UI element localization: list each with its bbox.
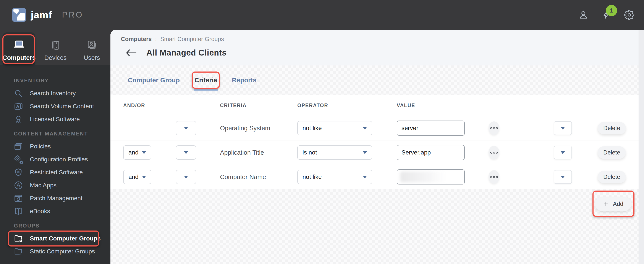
context-tab-computers[interactable]: Computers	[3, 32, 35, 65]
app-pages-icon	[14, 101, 24, 111]
open-book-icon	[14, 206, 24, 216]
tab-strip: Computer Group Criteria Reports	[110, 65, 638, 95]
redacted-value-blur	[400, 171, 446, 182]
more-options-button[interactable]	[488, 146, 499, 159]
delete-button[interactable]: Delete	[598, 122, 626, 134]
header-band: Computers : Smart Computer Groups All Ma…	[110, 30, 638, 65]
operator-dropdown[interactable]: is not	[297, 145, 372, 160]
section-header: GROUPS	[0, 223, 110, 229]
ellipsis-icon	[490, 127, 492, 129]
context-tab-label: Computers	[2, 54, 36, 61]
jamf-pro-app: jamf PRO 1 Computers	[0, 0, 644, 264]
delete-button[interactable]: Delete	[598, 171, 626, 183]
row-actions-dropdown[interactable]	[554, 146, 572, 159]
breadcrumb-parent[interactable]: Computers	[121, 36, 152, 43]
more-options-button[interactable]	[488, 170, 499, 184]
logo-divider	[57, 8, 58, 22]
notification-badge: 1	[606, 5, 617, 16]
add-criteria-button[interactable]: Add	[595, 197, 631, 211]
andor-dropdown[interactable]: and	[123, 170, 151, 184]
table-footer-area: Add	[110, 189, 638, 264]
sidebar-item-mac-apps[interactable]: Mac Apps	[0, 179, 110, 192]
jamf-logo-icon	[12, 8, 26, 22]
more-options-button[interactable]	[488, 122, 499, 135]
nav-section-inventory: INVENTORY Search Inventory Search Volume…	[0, 77, 110, 126]
column-header-criteria: CRITERIA	[220, 103, 247, 109]
table-header-row: AND/OR CRITERIA OPERATOR VALUE	[110, 95, 638, 116]
back-arrow-icon[interactable]	[126, 49, 137, 57]
page-title: All Managed Clients	[146, 48, 227, 57]
column-header-andor: AND/OR	[123, 103, 145, 109]
topbar-actions: 1	[578, 10, 634, 20]
chevron-down-icon	[363, 127, 367, 130]
sidebar-item-patch-management[interactable]: Patch Management	[0, 192, 110, 205]
laptop-icon	[13, 39, 25, 51]
sidebar-item-smart-computer-groups[interactable]: Smart Computer Groups	[0, 232, 110, 245]
sidebar-item-ebooks[interactable]: eBooks	[0, 205, 110, 218]
plus-icon	[603, 201, 609, 207]
sidebar-item-restricted-software[interactable]: Restricted Software	[0, 166, 110, 179]
breadcrumb: Computers : Smart Computer Groups	[121, 36, 638, 43]
logo-text-pro: PRO	[62, 10, 83, 19]
account-icon[interactable]	[578, 10, 588, 20]
chevron-down-icon	[561, 176, 565, 178]
nav-section-groups: GROUPS Smart Computer Groups Static Comp…	[0, 223, 110, 258]
delete-button[interactable]: Delete	[598, 146, 626, 159]
chevron-down-icon	[142, 151, 146, 154]
criteria-row-3: and Computer Name not like Delete	[110, 165, 638, 189]
sidebar-item-policies[interactable]: Policies	[0, 140, 110, 153]
sidebar-item-search-inventory[interactable]: Search Inventory	[0, 87, 110, 100]
sidebar-item-search-volume-content[interactable]: Search Volume Content	[0, 100, 110, 113]
section-header: INVENTORY	[0, 77, 110, 84]
gears-icon	[14, 154, 24, 164]
paren-dropdown[interactable]	[176, 121, 196, 135]
tab-criteria[interactable]: Criteria	[194, 76, 217, 84]
context-tab-label: Users	[84, 54, 100, 61]
ellipsis-icon	[490, 176, 492, 178]
operator-dropdown[interactable]: not like	[297, 121, 372, 135]
criteria-name: Application Title	[220, 149, 264, 156]
criteria-name: Computer Name	[220, 173, 266, 181]
folder-plus-icon	[14, 247, 24, 257]
award-ribbon-icon	[14, 114, 24, 124]
notifications-icon[interactable]: 1	[601, 10, 612, 20]
row-actions-dropdown[interactable]	[554, 170, 572, 184]
tab-computer-group[interactable]: Computer Group	[128, 76, 180, 84]
chevron-down-icon	[184, 127, 188, 130]
sidebar-item-static-computer-groups[interactable]: Static Computer Groups	[0, 245, 110, 258]
criteria-row-1: Operating System not like server Delete	[110, 116, 638, 140]
context-tab-label: Devices	[44, 54, 66, 61]
mobile-devices-icon	[49, 39, 62, 51]
chevron-down-icon	[561, 151, 565, 154]
logo-text-jamf: jamf	[31, 9, 52, 21]
value-input[interactable]: server	[397, 121, 465, 136]
browser-refresh-icon	[14, 193, 24, 203]
andor-dropdown[interactable]: and	[123, 145, 151, 160]
nav-section-content-management: CONTENT MANAGEMENT Policies Configuratio…	[0, 131, 110, 218]
context-tabs: Computers Devices Users	[0, 30, 110, 65]
chevron-down-icon	[363, 176, 367, 178]
main-content: Computers : Smart Computer Groups All Ma…	[110, 30, 639, 264]
tab-reports[interactable]: Reports	[232, 76, 256, 84]
title-row: All Managed Clients	[121, 48, 638, 57]
row-actions-dropdown[interactable]	[554, 121, 572, 135]
section-header: CONTENT MANAGEMENT	[0, 131, 110, 137]
paren-dropdown[interactable]	[176, 170, 196, 184]
sidebar-item-configuration-profiles[interactable]: Configuration Profiles	[0, 153, 110, 166]
settings-gear-icon[interactable]	[624, 10, 634, 20]
context-tab-users[interactable]: Users	[76, 30, 108, 65]
scrollbar-track[interactable]	[639, 30, 644, 264]
breadcrumb-current[interactable]: Smart Computer Groups	[160, 36, 224, 43]
operator-dropdown[interactable]: not like	[297, 170, 372, 184]
paren-dropdown[interactable]	[176, 145, 196, 160]
criteria-row-2: and Application Title is not Server.app …	[110, 140, 638, 165]
value-input-redacted[interactable]	[397, 169, 465, 184]
value-input[interactable]: Server.app	[397, 145, 465, 160]
jamf-pro-logo: jamf PRO	[12, 8, 83, 22]
search-icon	[14, 88, 24, 98]
chevron-down-icon	[184, 151, 188, 154]
criteria-name: Operating System	[220, 125, 270, 132]
sidebar-item-licensed-software[interactable]: Licensed Software	[0, 113, 110, 126]
context-tab-devices[interactable]: Devices	[39, 30, 72, 65]
browser-windows-icon	[14, 141, 24, 151]
